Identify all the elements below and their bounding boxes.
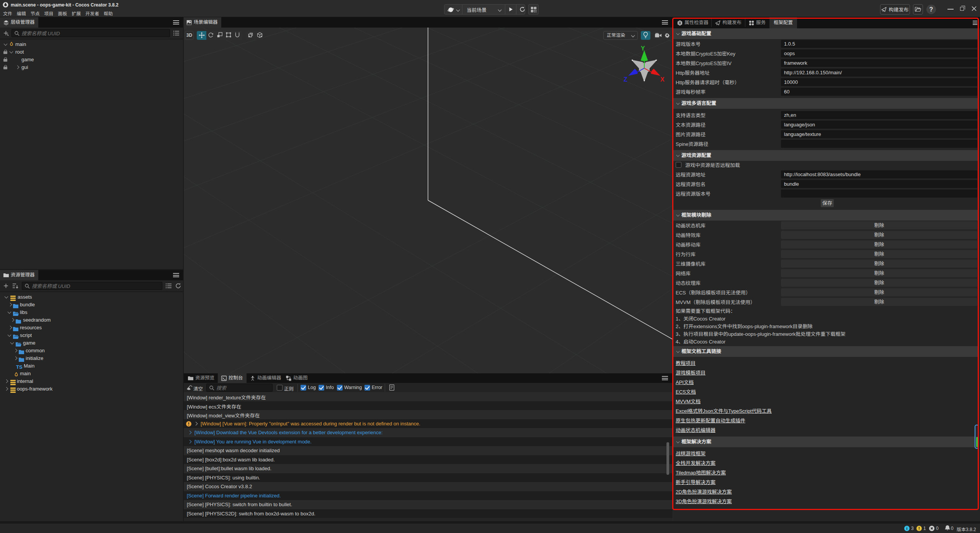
svg-text:Z: Z (624, 76, 627, 83)
svg-text:Y: Y (641, 45, 645, 52)
svg-text:X: X (660, 76, 665, 83)
